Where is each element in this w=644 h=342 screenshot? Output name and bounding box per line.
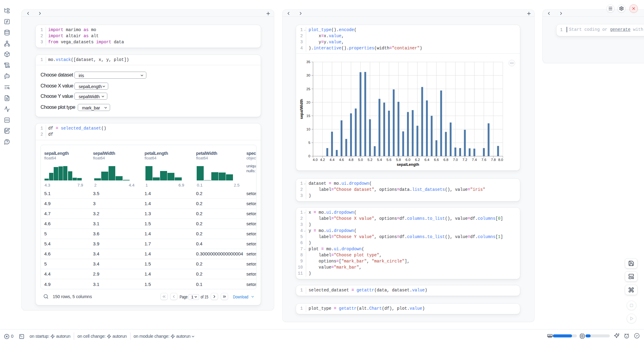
svg-text:7.2: 7.2 (463, 158, 467, 162)
svg-text:7.4: 7.4 (472, 158, 477, 162)
svg-text:4.0: 4.0 (313, 158, 318, 162)
svg-text:sepalLength: sepalLength (397, 162, 419, 167)
svg-text:6.6: 6.6 (434, 158, 439, 162)
svg-text:4.2: 4.2 (320, 158, 325, 162)
svg-text:5.4: 5.4 (377, 158, 382, 162)
svg-text:4.4: 4.4 (330, 158, 335, 162)
svg-text:5: 5 (308, 141, 310, 144)
svg-text:5.6: 5.6 (387, 158, 392, 162)
svg-text:20: 20 (306, 101, 310, 104)
svg-text:30: 30 (306, 73, 310, 77)
svg-text:5.2: 5.2 (367, 158, 372, 162)
svg-text:6.0: 6.0 (406, 158, 410, 162)
svg-text:4.6: 4.6 (339, 158, 344, 162)
svg-text:0: 0 (308, 154, 310, 158)
svg-text:15: 15 (306, 114, 310, 118)
svg-text:7.6: 7.6 (481, 158, 486, 162)
svg-text:35: 35 (306, 60, 310, 64)
svg-text:8.0: 8.0 (498, 158, 503, 162)
svg-text:7.8: 7.8 (491, 158, 496, 162)
svg-text:7.0: 7.0 (453, 158, 458, 162)
svg-text:10: 10 (306, 127, 310, 131)
svg-text:6.4: 6.4 (424, 158, 430, 162)
svg-text:6.8: 6.8 (443, 158, 448, 162)
svg-text:4.8: 4.8 (349, 158, 353, 162)
svg-text:sepalWidth: sepalWidth (299, 99, 304, 119)
svg-text:25: 25 (306, 87, 310, 91)
svg-text:6.2: 6.2 (415, 158, 420, 162)
svg-text:5.8: 5.8 (396, 158, 401, 162)
svg-text:5.0: 5.0 (358, 158, 363, 162)
